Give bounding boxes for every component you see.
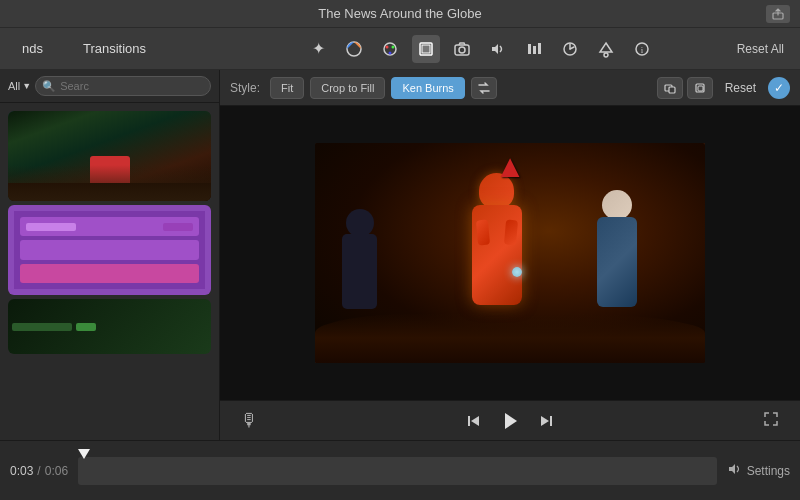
svg-marker-24 [471,416,479,426]
filter-icon[interactable] [592,35,620,63]
current-time: 0:03 [10,464,33,478]
all-label: All [8,80,20,92]
main-toolbar: nds Transitions ✦ [0,28,800,70]
reset-button[interactable]: Reset [719,81,762,95]
ken-burns-button[interactable]: Ken Burns [391,77,464,99]
svg-rect-22 [698,86,703,91]
sidebar: All ▼ 🔍 [0,70,220,440]
camera-icon[interactable] [448,35,476,63]
video-area: Style: Fit Crop to Fill Ken Burns [220,70,800,440]
iron-man-figure [452,165,542,345]
svg-point-10 [459,47,465,53]
window-title: The News Around the Globe [318,6,481,21]
playback-controls [465,410,555,432]
style-bar: Style: Fit Crop to Fill Ken Burns [220,70,800,106]
style-label: Style: [230,81,260,95]
speed-icon[interactable] [556,35,584,63]
search-icon: 🔍 [42,80,56,93]
svg-marker-27 [541,416,549,426]
svg-rect-23 [468,416,470,426]
chevron-down-icon: ▼ [22,81,31,91]
crop-icon[interactable] [412,35,440,63]
svg-rect-11 [528,44,531,54]
reset-all-button[interactable]: Reset All [731,39,790,59]
svg-marker-25 [505,413,517,429]
svg-rect-13 [538,43,541,54]
fit-button[interactable]: Fit [270,77,304,99]
share-button[interactable] [766,5,790,23]
svg-rect-26 [550,416,552,426]
time-display: 0:03 / 0:06 [10,464,68,478]
resize-btn-1[interactable] [657,77,683,99]
resize-btn-2[interactable] [687,77,713,99]
fullscreen-button[interactable] [762,410,780,432]
video-frame: ▲ [315,143,705,363]
bars-icon[interactable] [520,35,548,63]
video-preview: ▲ [220,106,800,400]
confirm-button[interactable]: ✓ [768,77,790,99]
mic-button[interactable]: 🎙 [240,410,258,431]
svg-point-5 [392,45,395,48]
toolbar-left: nds Transitions [10,41,230,56]
media-library [0,103,219,440]
wand-icon[interactable]: ✦ [304,35,332,63]
time-separator: / [37,464,40,478]
toolbar-icons: ✦ [230,35,731,63]
secondary-figure [587,187,647,347]
svg-marker-15 [600,43,612,52]
main-content: All ▼ 🔍 [0,70,800,440]
playhead[interactable] [78,449,90,459]
sidebar-tab-transitions[interactable]: Transitions [71,41,158,56]
resize-buttons [657,77,713,99]
video-scene: ▲ [315,143,705,363]
svg-point-6 [389,51,392,54]
sidebar-search-bar: All ▼ 🔍 [0,70,219,103]
search-box[interactable]: 🔍 [35,76,211,96]
palette-icon[interactable] [376,35,404,63]
left-figure [335,209,385,339]
media-item-3[interactable] [8,299,211,354]
color-wheel-icon[interactable] [340,35,368,63]
total-time: 0:06 [45,464,68,478]
crop-to-fill-button[interactable]: Crop to Fill [310,77,385,99]
sidebar-tab-sounds[interactable]: nds [10,41,55,56]
search-input[interactable] [60,80,204,92]
svg-rect-20 [669,87,675,93]
next-frame-button[interactable] [537,412,555,430]
play-button[interactable] [499,410,521,432]
svg-text:i: i [641,45,644,55]
timeline-right: Settings [727,462,790,479]
svg-marker-28 [729,464,735,474]
prev-frame-button[interactable] [465,412,483,430]
toolbar-right: Reset All [731,39,790,59]
swap-icon-button[interactable] [471,77,497,99]
timeline-section: 0:03 / 0:06 Settings [0,440,800,500]
audio-icon[interactable] [484,35,512,63]
all-selector[interactable]: All ▼ [8,80,31,92]
svg-point-4 [386,45,389,48]
svg-rect-8 [422,45,430,53]
media-item-2[interactable] [8,205,211,295]
video-controls: 🎙 [220,400,800,440]
media-item-1[interactable] [8,111,211,201]
title-bar: The News Around the Globe [0,0,800,28]
settings-label[interactable]: Settings [747,464,790,478]
svg-point-2 [351,46,357,52]
svg-point-16 [604,53,608,57]
svg-rect-12 [533,46,536,54]
volume-icon [727,462,741,479]
info-icon[interactable]: i [628,35,656,63]
timeline-track[interactable] [78,457,717,485]
up-arrow-indicator: ▲ [494,148,526,185]
